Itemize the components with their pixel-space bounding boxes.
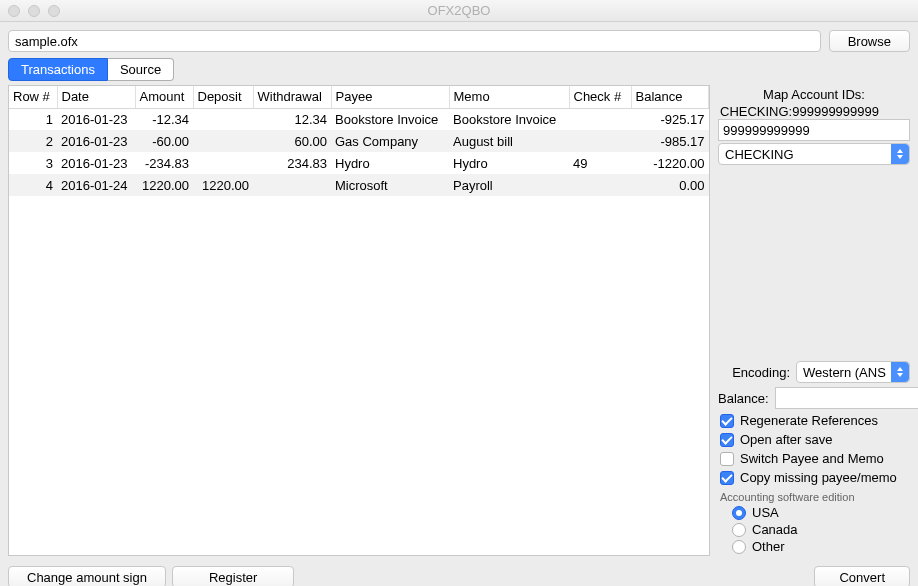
open-after-save-row[interactable]: Open after save bbox=[718, 432, 910, 447]
account-type-select[interactable]: CHECKING bbox=[718, 143, 910, 165]
account-type-value: CHECKING bbox=[725, 147, 794, 162]
edition-usa-radio[interactable] bbox=[732, 506, 746, 520]
balance-row: Balance: bbox=[718, 387, 910, 409]
balance-label: Balance: bbox=[718, 391, 769, 406]
cell-payee: Hydro bbox=[331, 152, 449, 174]
cell-payee: Bookstore Invoice bbox=[331, 108, 449, 130]
col-date[interactable]: Date bbox=[57, 86, 135, 108]
cell-check bbox=[569, 130, 631, 152]
map-account-ids-title: Map Account IDs: bbox=[718, 85, 910, 104]
window-controls bbox=[8, 5, 60, 17]
cell-memo: Bookstore Invoice bbox=[449, 108, 569, 130]
close-window-icon[interactable] bbox=[8, 5, 20, 17]
edition-usa-label: USA bbox=[752, 505, 779, 520]
encoding-value: Western (ANS bbox=[803, 365, 886, 380]
cell-check bbox=[569, 174, 631, 196]
cell-date: 2016-01-24 bbox=[57, 174, 135, 196]
cell-memo: Hydro bbox=[449, 152, 569, 174]
cell-payee: Gas Company bbox=[331, 130, 449, 152]
switch-payee-memo-label: Switch Payee and Memo bbox=[740, 451, 884, 466]
change-amount-sign-button[interactable]: Change amount sign bbox=[8, 566, 166, 586]
zoom-window-icon[interactable] bbox=[48, 5, 60, 17]
chevron-updown-icon bbox=[891, 144, 909, 164]
cell-payee: Microsoft bbox=[331, 174, 449, 196]
col-payee[interactable]: Payee bbox=[331, 86, 449, 108]
col-row[interactable]: Row # bbox=[9, 86, 57, 108]
balance-input[interactable] bbox=[775, 387, 918, 409]
cell-memo: August bill bbox=[449, 130, 569, 152]
regenerate-references-row[interactable]: Regenerate References bbox=[718, 413, 910, 428]
convert-button[interactable]: Convert bbox=[814, 566, 910, 586]
cell-balance: -1220.00 bbox=[631, 152, 709, 174]
chevron-updown-icon bbox=[891, 362, 909, 382]
cell-withdrawal: 12.34 bbox=[253, 108, 331, 130]
table-row[interactable]: 3 2016-01-23 -234.83 234.83 Hydro Hydro … bbox=[9, 152, 709, 174]
cell-balance: -985.17 bbox=[631, 130, 709, 152]
edition-usa-row[interactable]: USA bbox=[718, 505, 910, 520]
edition-other-radio[interactable] bbox=[732, 540, 746, 554]
cell-deposit bbox=[193, 108, 253, 130]
cell-check bbox=[569, 108, 631, 130]
copy-missing-row[interactable]: Copy missing payee/memo bbox=[718, 470, 910, 485]
edition-group-label: Accounting software edition bbox=[718, 489, 910, 505]
cell-check: 49 bbox=[569, 152, 631, 174]
cell-balance: -925.17 bbox=[631, 108, 709, 130]
encoding-label: Encoding: bbox=[718, 365, 790, 380]
cell-memo: Payroll bbox=[449, 174, 569, 196]
cell-withdrawal: 234.83 bbox=[253, 152, 331, 174]
col-withdrawal[interactable]: Withdrawal bbox=[253, 86, 331, 108]
browse-button[interactable]: Browse bbox=[829, 30, 910, 52]
transactions-panel: Row # Date Amount Deposit Withdrawal Pay… bbox=[8, 85, 710, 556]
switch-payee-memo-row[interactable]: Switch Payee and Memo bbox=[718, 451, 910, 466]
copy-missing-checkbox[interactable] bbox=[720, 471, 734, 485]
cell-amount: -12.34 bbox=[135, 108, 193, 130]
cell-date: 2016-01-23 bbox=[57, 130, 135, 152]
main-content: Row # Date Amount Deposit Withdrawal Pay… bbox=[0, 81, 918, 560]
col-balance[interactable]: Balance bbox=[631, 86, 709, 108]
table-header-row: Row # Date Amount Deposit Withdrawal Pay… bbox=[9, 86, 709, 108]
account-id-input[interactable] bbox=[718, 119, 910, 141]
col-check[interactable]: Check # bbox=[569, 86, 631, 108]
settings-panel: Map Account IDs: CHECKING:999999999999 C… bbox=[718, 85, 910, 556]
tab-source[interactable]: Source bbox=[108, 58, 174, 81]
regenerate-references-label: Regenerate References bbox=[740, 413, 878, 428]
regenerate-references-checkbox[interactable] bbox=[720, 414, 734, 428]
cell-row: 2 bbox=[9, 130, 57, 152]
encoding-select[interactable]: Western (ANS bbox=[796, 361, 910, 383]
edition-canada-label: Canada bbox=[752, 522, 798, 537]
cell-deposit bbox=[193, 130, 253, 152]
table-row[interactable]: 1 2016-01-23 -12.34 12.34 Bookstore Invo… bbox=[9, 108, 709, 130]
cell-deposit bbox=[193, 152, 253, 174]
file-selector-bar: Browse bbox=[0, 22, 918, 58]
bottom-bar: Change amount sign Register Convert bbox=[0, 560, 918, 586]
switch-payee-memo-checkbox[interactable] bbox=[720, 452, 734, 466]
cell-amount: -60.00 bbox=[135, 130, 193, 152]
cell-row: 3 bbox=[9, 152, 57, 174]
open-after-save-label: Open after save bbox=[740, 432, 833, 447]
cell-balance: 0.00 bbox=[631, 174, 709, 196]
edition-other-row[interactable]: Other bbox=[718, 539, 910, 554]
table-row[interactable]: 2 2016-01-23 -60.00 60.00 Gas Company Au… bbox=[9, 130, 709, 152]
cell-amount: -234.83 bbox=[135, 152, 193, 174]
col-amount[interactable]: Amount bbox=[135, 86, 193, 108]
col-memo[interactable]: Memo bbox=[449, 86, 569, 108]
cell-row: 1 bbox=[9, 108, 57, 130]
col-deposit[interactable]: Deposit bbox=[193, 86, 253, 108]
minimize-window-icon[interactable] bbox=[28, 5, 40, 17]
window-title: OFX2QBO bbox=[0, 3, 918, 18]
open-after-save-checkbox[interactable] bbox=[720, 433, 734, 447]
cell-amount: 1220.00 bbox=[135, 174, 193, 196]
cell-date: 2016-01-23 bbox=[57, 108, 135, 130]
edition-canada-radio[interactable] bbox=[732, 523, 746, 537]
window-titlebar: OFX2QBO bbox=[0, 0, 918, 22]
map-account-label: CHECKING:999999999999 bbox=[718, 104, 910, 119]
tab-transactions[interactable]: Transactions bbox=[8, 58, 108, 81]
file-path-input[interactable] bbox=[8, 30, 821, 52]
edition-canada-row[interactable]: Canada bbox=[718, 522, 910, 537]
cell-row: 4 bbox=[9, 174, 57, 196]
encoding-row: Encoding: Western (ANS bbox=[718, 361, 910, 383]
edition-other-label: Other bbox=[752, 539, 785, 554]
table-row[interactable]: 4 2016-01-24 1220.00 1220.00 Microsoft P… bbox=[9, 174, 709, 196]
cell-deposit: 1220.00 bbox=[193, 174, 253, 196]
register-button[interactable]: Register bbox=[172, 566, 294, 586]
